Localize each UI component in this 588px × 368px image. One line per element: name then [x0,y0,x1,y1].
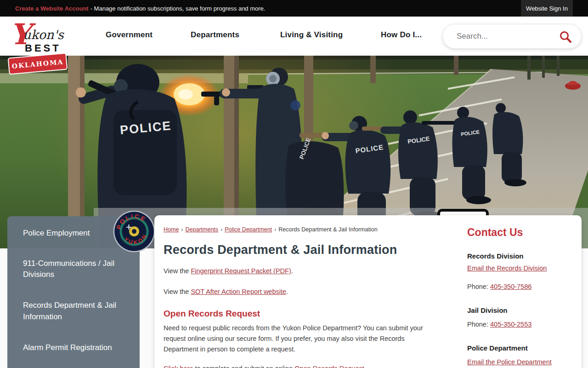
fingerprint-line: View the Fingerprint Request Packet (PDF… [164,267,439,275]
website-signin-button[interactable]: Website Sign In [521,0,573,17]
records-division-label: Records Division [467,252,582,260]
contact-us-heading: Contact Us [467,226,582,239]
records-phone-link[interactable]: 405-350-7586 [490,283,531,290]
breadcrumb-police-department[interactable]: Police Department [225,226,272,233]
nav-government[interactable]: Government [106,30,153,40]
logo-oklahoma-ribbon: OKLAHOMA [9,54,67,74]
breadcrumb-departments[interactable]: Departments [186,226,219,233]
logo-yukons: ukon's [23,28,64,42]
create-account-link[interactable]: Create a Website Account [15,5,89,12]
open-records-heading: Open Records Request [164,309,439,319]
contact-us-column: Contact Us Records Division Email the Re… [467,226,582,366]
breadcrumb-current: Records Department & Jail Information [278,226,377,233]
open-records-request-link[interactable]: Open Records Request [294,365,364,368]
open-records-cta: Click here to complete and submit an onl… [164,365,439,368]
sidebar-item-911-communications[interactable]: 911-Communications / Jail Divisions [23,254,126,284]
nav-departments[interactable]: Departments [191,30,239,40]
jail-phone-line: Phone: 405-350-2553 [467,321,582,328]
jail-division-label: Jail Division [467,306,582,314]
fingerprint-packet-link[interactable]: Fingerprint Request Packet (PDF) [191,267,291,275]
breadcrumb-home[interactable]: Home [164,226,179,233]
search-input[interactable] [443,32,548,41]
email-records-division-link[interactable]: Email the Records Division [467,264,547,272]
email-police-department-link[interactable]: Email the Police Department [467,358,552,366]
account-description: - Manage notification subscriptions, sav… [90,5,266,12]
records-phone-line: Phone: 405-350-7586 [467,283,582,290]
click-here-link[interactable]: Click here [164,365,193,368]
page-title: Records Department & Jail Information [164,243,439,257]
site-logo[interactable]: Y ukon's BEST OKLAHOMA [8,19,68,75]
sidebar-item-records-department[interactable]: Records Department & Jail Information [23,296,126,326]
search-icon[interactable] [559,30,572,43]
jail-phone-link[interactable]: 405-350-2553 [490,321,531,328]
main-content-column: Records Department & Jail Information Vi… [164,243,439,368]
sidebar-item-police-employment[interactable]: Police Employment [23,224,126,243]
police-department-label: Police Department [467,344,582,352]
police-department-badge: POLICE YUKON [113,210,155,253]
content-card: Home›Departments›Police Department›Recor… [154,215,582,368]
sidebar-item-alarm-permit[interactable]: Alarm Permit Registration [23,338,126,357]
nav-living-visiting[interactable]: Living & Visiting [280,30,343,40]
nav-how-do-i[interactable]: How Do I... [381,30,422,40]
site-header: Government Departments Living & Visiting… [0,17,588,56]
logo-best: BEST [25,42,61,54]
sot-report-link[interactable]: SOT After Action Report website [191,288,286,295]
sot-line: View the SOT After Action Report website… [164,288,439,295]
top-utility-bar: Create a Website Account - Manage notifi… [0,0,588,17]
expand-plus-icon[interactable]: + [126,221,132,233]
search-box[interactable] [442,24,582,49]
open-records-paragraph: Need to request public records from the … [164,323,439,355]
